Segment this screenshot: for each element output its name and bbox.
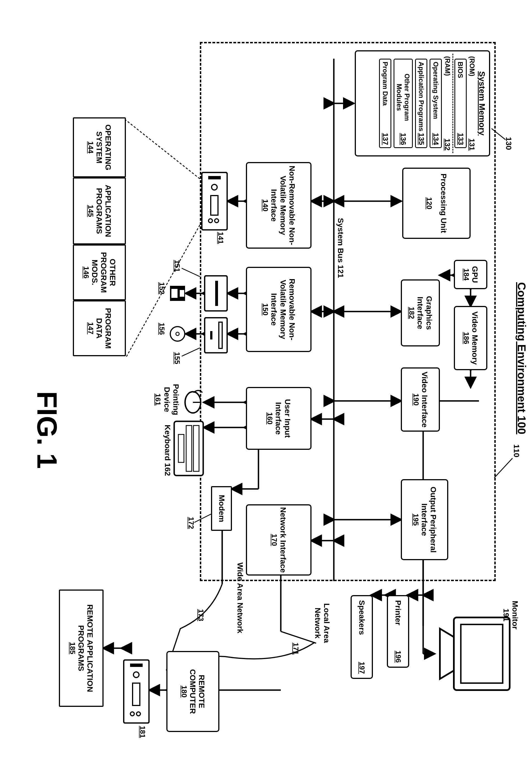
bottom-os-num: 144 — [86, 141, 95, 153]
floppy-num-152: 152 — [157, 282, 166, 294]
data-label: Program Data — [381, 62, 389, 106]
remote-computer-block: REMOTE COMPUTER 180 — [166, 651, 219, 732]
rmi-label: Removable Non-Volatile Memory Interface — [269, 270, 296, 349]
rom-label: (ROM) — [468, 56, 476, 76]
drive2-num: 155 — [173, 352, 182, 364]
sysmem-title: System Memory — [477, 71, 487, 135]
wan-label: Wide Area Network — [236, 559, 245, 637]
lan-num: 171 — [291, 643, 300, 655]
rap-label: REMOTE APPLICATION PROGRAMS — [76, 592, 94, 704]
uii-num: 160 — [265, 412, 274, 424]
svg-line-25 — [182, 348, 200, 356]
nrmi-num: 140 — [261, 199, 269, 211]
rmi-num: 150 — [261, 303, 269, 315]
floppy-drive-icon — [203, 275, 228, 312]
svg-rect-65 — [130, 664, 143, 667]
svg-rect-49 — [215, 281, 218, 306]
rm-interface-block: Removable Non-Volatile Memory Interface … — [246, 267, 311, 352]
svg-line-24 — [182, 268, 200, 277]
nrm-interface-block: Non-Removable Non-Volatile Memory Interf… — [246, 162, 311, 249]
ram-label: (RAM) — [443, 56, 451, 76]
system-memory-block: System Memory (ROM)131 BIOS133 (RAM)132 … — [355, 50, 490, 156]
cd-drive-icon — [203, 317, 228, 353]
video-interface-block: Video Interface 190 — [401, 367, 440, 432]
svg-rect-52 — [210, 331, 212, 339]
rom-num: 131 — [468, 138, 476, 150]
gpu-block: GPU 184 — [454, 260, 487, 289]
bottom-os-label: OPERATING SYSTEM — [95, 120, 112, 174]
opi-num: 195 — [411, 513, 420, 525]
app-num: 135 — [417, 133, 425, 145]
gint-num: 182 — [407, 307, 416, 319]
hd-num-141: 141 — [216, 232, 225, 244]
gpu-num: 184 — [462, 269, 470, 281]
harddisk-icon — [200, 172, 228, 231]
speakers-block: Speakers197 — [351, 595, 373, 679]
modem-block: Modem — [211, 486, 232, 531]
network-interface-block: Network Interface 170 — [246, 504, 311, 575]
mods-label: Other Program Modules — [396, 62, 411, 133]
bottom-data-label: PROGRAM DATA — [95, 303, 112, 353]
svg-point-57 — [176, 332, 179, 336]
bottom-mods-num: 146 — [82, 266, 90, 278]
floppy-media-icon — [168, 285, 186, 302]
remote-app-programs-block: REMOTE APPLICATION PROGRAMS 185 — [59, 590, 104, 707]
modem-label: Modem — [217, 495, 226, 522]
video-memory-block: Video Memory 186 — [454, 306, 487, 370]
svg-rect-43 — [208, 176, 221, 179]
pointing-device-label: Pointing Device161 — [154, 374, 180, 425]
svg-rect-54 — [180, 290, 184, 297]
remote-device-num: 181 — [138, 726, 147, 738]
figure-label: FIG. 1 — [31, 391, 63, 469]
printer-num: 196 — [394, 651, 402, 663]
bios-num: 133 — [456, 133, 465, 145]
speakers-num: 197 — [358, 662, 366, 674]
proc-label: Processing Unit — [439, 173, 448, 233]
gpu-label: GPU — [470, 266, 479, 283]
rap-num: 185 — [68, 642, 76, 654]
remote-num: 180 — [180, 685, 188, 697]
mouse-icon — [182, 390, 204, 416]
cd-media-icon — [168, 326, 186, 342]
monitor-label: Monitor 191 — [502, 601, 519, 630]
bottom-mods-block: OTHER PROGRAM MODS.146 — [73, 245, 126, 300]
bottom-app-block: APPLICATION PROGRAMS145 — [73, 177, 126, 245]
vint-label: Video Interface — [420, 372, 429, 427]
printer-block: Printer196 — [387, 595, 409, 668]
output-peripheral-interface-block: Output Peripheral Interface 195 — [401, 479, 448, 560]
wan-num: 173 — [196, 609, 205, 621]
diagram-title: Computing Environment 100 — [515, 282, 528, 434]
vmem-num: 186 — [462, 332, 470, 344]
uii-label: User Input Interface — [274, 390, 292, 447]
bottom-data-num: 147 — [86, 322, 95, 334]
processing-unit-block: Processing Unit 120 — [402, 167, 471, 239]
bottom-app-num: 145 — [86, 205, 95, 217]
printer-label: Printer — [394, 600, 402, 625]
modem-num: 172 — [187, 517, 196, 529]
proc-num: 120 — [425, 197, 433, 209]
system-bus-label: System Bus 121 — [336, 218, 345, 278]
remote-label: REMOTE COMPUTER — [188, 654, 206, 729]
data-num: 137 — [381, 133, 389, 145]
svg-rect-55 — [171, 289, 178, 298]
svg-rect-50 — [205, 318, 227, 353]
monitor-icon — [434, 615, 512, 693]
mods-num: 136 — [399, 133, 408, 145]
bottom-data-block: PROGRAM DATA147 — [73, 300, 126, 356]
os-num: 134 — [432, 133, 440, 145]
sysmem-lead-130: 130 — [504, 137, 513, 150]
drive1-num: 151 — [173, 260, 182, 272]
ni-num: 170 — [270, 534, 278, 546]
bios-label: BIOS — [457, 62, 464, 78]
os-label: Operating System — [432, 62, 440, 119]
bottom-mods-label: OTHER PROGRAM MODS. — [90, 247, 117, 298]
ram-num: 132 — [443, 138, 451, 150]
bottom-os-block: OPERATING SYSTEM144 — [73, 117, 126, 177]
user-input-interface-block: User Input Interface 160 — [246, 387, 311, 450]
graphics-interface-block: Graphics Interface 182 — [401, 279, 440, 346]
keyboard-icon — [172, 420, 204, 476]
opi-label: Output Peripheral Interface — [420, 482, 438, 557]
remote-device-icon — [122, 659, 150, 724]
env-lead-110: 110 — [512, 444, 521, 457]
keyboard-label: Keyboard 162 — [163, 425, 172, 476]
